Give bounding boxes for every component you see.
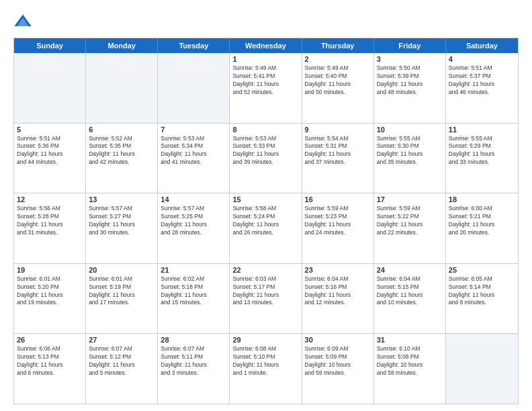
day-cell: 29Sunrise: 6:08 AM Sunset: 5:10 PM Dayli…	[230, 334, 302, 404]
day-cell: 17Sunrise: 5:59 AM Sunset: 5:22 PM Dayli…	[374, 193, 446, 263]
day-info: Sunrise: 5:56 AM Sunset: 5:28 PM Dayligh…	[17, 205, 83, 237]
day-cell: 2Sunrise: 5:49 AM Sunset: 5:40 PM Daylig…	[302, 53, 374, 123]
weekday-header: Monday	[86, 38, 158, 53]
day-cell: 30Sunrise: 6:09 AM Sunset: 5:09 PM Dayli…	[302, 334, 374, 404]
day-number: 22	[232, 266, 298, 274]
day-info: Sunrise: 6:09 AM Sunset: 5:09 PM Dayligh…	[305, 345, 371, 377]
day-info: Sunrise: 5:58 AM Sunset: 5:24 PM Dayligh…	[232, 205, 298, 237]
day-cell: 18Sunrise: 6:00 AM Sunset: 5:21 PM Dayli…	[446, 193, 518, 263]
day-cell: 8Sunrise: 5:53 AM Sunset: 5:33 PM Daylig…	[230, 124, 302, 193]
day-cell: 15Sunrise: 5:58 AM Sunset: 5:24 PM Dayli…	[230, 193, 302, 263]
day-cell: 16Sunrise: 5:59 AM Sunset: 5:23 PM Dayli…	[302, 193, 374, 263]
calendar-body: 1Sunrise: 5:49 AM Sunset: 5:41 PM Daylig…	[14, 53, 518, 404]
day-info: Sunrise: 6:03 AM Sunset: 5:17 PM Dayligh…	[232, 275, 298, 308]
day-cell: 13Sunrise: 5:57 AM Sunset: 5:27 PM Dayli…	[86, 193, 158, 263]
weekday-header: Wednesday	[230, 38, 302, 53]
empty-cell	[14, 53, 86, 123]
day-info: Sunrise: 6:01 AM Sunset: 5:19 PM Dayligh…	[89, 275, 154, 308]
day-number: 7	[161, 126, 226, 134]
day-cell: 10Sunrise: 5:55 AM Sunset: 5:30 PM Dayli…	[374, 124, 446, 193]
day-number: 16	[305, 195, 371, 203]
day-info: Sunrise: 5:57 AM Sunset: 5:27 PM Dayligh…	[89, 205, 154, 237]
weekday-header: Sunday	[14, 38, 86, 53]
day-number: 6	[89, 126, 154, 134]
calendar-row: 5Sunrise: 5:51 AM Sunset: 5:36 PM Daylig…	[14, 123, 518, 193]
day-number: 24	[377, 266, 443, 274]
day-number: 2	[305, 55, 371, 63]
day-cell: 12Sunrise: 5:56 AM Sunset: 5:28 PM Dayli…	[14, 193, 86, 263]
day-number: 26	[17, 336, 83, 344]
calendar: SundayMondayTuesdayWednesdayThursdayFrid…	[13, 38, 519, 404]
day-cell: 5Sunrise: 5:51 AM Sunset: 5:36 PM Daylig…	[14, 124, 86, 193]
day-info: Sunrise: 6:05 AM Sunset: 5:14 PM Dayligh…	[449, 275, 515, 308]
day-number: 21	[161, 266, 226, 274]
empty-cell	[86, 53, 158, 123]
day-info: Sunrise: 6:04 AM Sunset: 5:15 PM Dayligh…	[377, 275, 443, 308]
calendar-row: 19Sunrise: 6:01 AM Sunset: 5:20 PM Dayli…	[14, 263, 518, 334]
calendar-header: SundayMondayTuesdayWednesdayThursdayFrid…	[14, 38, 518, 53]
day-number: 30	[305, 336, 371, 344]
day-number: 25	[449, 266, 515, 274]
day-info: Sunrise: 5:57 AM Sunset: 5:25 PM Dayligh…	[161, 205, 226, 237]
weekday-header: Saturday	[446, 38, 518, 53]
day-cell: 4Sunrise: 5:51 AM Sunset: 5:37 PM Daylig…	[446, 53, 518, 123]
day-info: Sunrise: 5:50 AM Sunset: 5:39 PM Dayligh…	[377, 64, 443, 97]
day-cell: 9Sunrise: 5:54 AM Sunset: 5:31 PM Daylig…	[302, 124, 374, 193]
day-info: Sunrise: 5:55 AM Sunset: 5:29 PM Dayligh…	[449, 135, 515, 167]
day-cell: 31Sunrise: 6:10 AM Sunset: 5:08 PM Dayli…	[374, 334, 446, 404]
day-info: Sunrise: 5:59 AM Sunset: 5:23 PM Dayligh…	[305, 205, 371, 237]
calendar-row: 1Sunrise: 5:49 AM Sunset: 5:41 PM Daylig…	[14, 53, 518, 123]
day-cell: 22Sunrise: 6:03 AM Sunset: 5:17 PM Dayli…	[230, 264, 302, 334]
empty-cell	[158, 53, 230, 123]
logo	[13, 12, 35, 31]
page: SundayMondayTuesdayWednesdayThursdayFrid…	[0, 0, 532, 411]
empty-cell	[446, 334, 518, 404]
day-number: 9	[305, 126, 371, 134]
day-number: 19	[17, 266, 83, 274]
day-number: 17	[377, 195, 443, 203]
calendar-row: 26Sunrise: 6:06 AM Sunset: 5:13 PM Dayli…	[14, 333, 518, 404]
day-number: 3	[377, 55, 443, 63]
day-number: 20	[89, 266, 154, 274]
day-cell: 21Sunrise: 6:02 AM Sunset: 5:18 PM Dayli…	[158, 264, 230, 334]
day-cell: 3Sunrise: 5:50 AM Sunset: 5:39 PM Daylig…	[374, 53, 446, 123]
day-number: 31	[377, 336, 443, 344]
calendar-row: 12Sunrise: 5:56 AM Sunset: 5:28 PM Dayli…	[14, 193, 518, 263]
day-number: 18	[449, 195, 515, 203]
day-info: Sunrise: 5:51 AM Sunset: 5:36 PM Dayligh…	[17, 135, 83, 167]
day-number: 12	[17, 195, 83, 203]
day-cell: 20Sunrise: 6:01 AM Sunset: 5:19 PM Dayli…	[86, 264, 158, 334]
day-info: Sunrise: 5:49 AM Sunset: 5:41 PM Dayligh…	[232, 64, 298, 97]
day-info: Sunrise: 6:04 AM Sunset: 5:16 PM Dayligh…	[305, 275, 371, 308]
logo-icon	[13, 12, 32, 31]
day-info: Sunrise: 6:07 AM Sunset: 5:12 PM Dayligh…	[89, 345, 154, 377]
day-number: 14	[161, 195, 226, 203]
day-cell: 7Sunrise: 5:53 AM Sunset: 5:34 PM Daylig…	[158, 124, 230, 193]
weekday-header: Thursday	[302, 38, 374, 53]
day-info: Sunrise: 6:10 AM Sunset: 5:08 PM Dayligh…	[377, 345, 443, 377]
day-info: Sunrise: 5:49 AM Sunset: 5:40 PM Dayligh…	[305, 64, 371, 97]
day-info: Sunrise: 5:53 AM Sunset: 5:34 PM Dayligh…	[161, 135, 226, 167]
day-number: 1	[232, 55, 298, 63]
header	[13, 12, 519, 31]
day-number: 4	[449, 55, 515, 63]
weekday-header: Tuesday	[158, 38, 230, 53]
day-cell: 11Sunrise: 5:55 AM Sunset: 5:29 PM Dayli…	[446, 124, 518, 193]
day-info: Sunrise: 5:54 AM Sunset: 5:31 PM Dayligh…	[305, 135, 371, 167]
day-info: Sunrise: 5:59 AM Sunset: 5:22 PM Dayligh…	[377, 205, 443, 237]
day-cell: 24Sunrise: 6:04 AM Sunset: 5:15 PM Dayli…	[374, 264, 446, 334]
day-number: 11	[449, 126, 515, 134]
day-cell: 1Sunrise: 5:49 AM Sunset: 5:41 PM Daylig…	[230, 53, 302, 123]
day-cell: 19Sunrise: 6:01 AM Sunset: 5:20 PM Dayli…	[14, 264, 86, 334]
day-info: Sunrise: 5:52 AM Sunset: 5:35 PM Dayligh…	[89, 135, 154, 167]
day-info: Sunrise: 5:55 AM Sunset: 5:30 PM Dayligh…	[377, 135, 443, 167]
day-number: 27	[89, 336, 154, 344]
day-info: Sunrise: 6:06 AM Sunset: 5:13 PM Dayligh…	[17, 345, 83, 377]
day-number: 10	[377, 126, 443, 134]
day-info: Sunrise: 5:53 AM Sunset: 5:33 PM Dayligh…	[232, 135, 298, 167]
day-info: Sunrise: 6:08 AM Sunset: 5:10 PM Dayligh…	[232, 345, 298, 377]
day-number: 5	[17, 126, 83, 134]
day-cell: 27Sunrise: 6:07 AM Sunset: 5:12 PM Dayli…	[86, 334, 158, 404]
day-cell: 23Sunrise: 6:04 AM Sunset: 5:16 PM Dayli…	[302, 264, 374, 334]
day-info: Sunrise: 5:51 AM Sunset: 5:37 PM Dayligh…	[449, 64, 515, 97]
